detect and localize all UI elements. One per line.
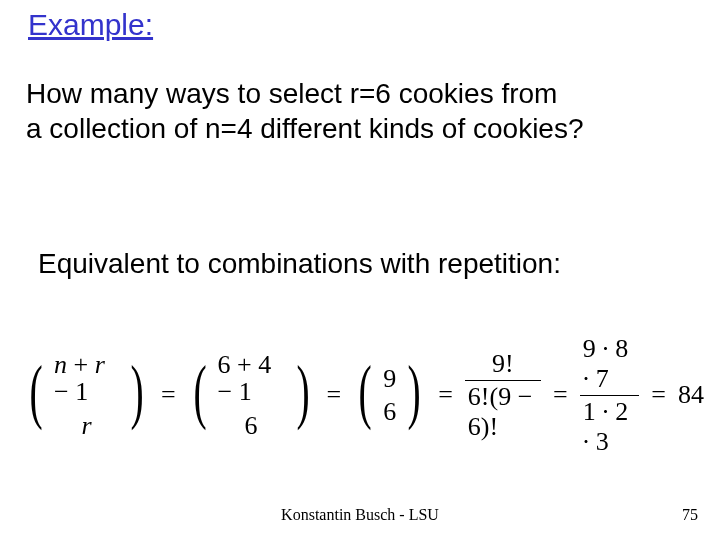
paren-left-icon: ( xyxy=(359,355,372,427)
sym-r: r xyxy=(95,350,105,379)
slide-title: Example: xyxy=(28,8,153,42)
frac-den: 1 · 2 · 3 xyxy=(580,396,640,457)
binom-top: 9 xyxy=(383,365,396,392)
sym-n: n xyxy=(54,350,67,379)
equals-sign: = xyxy=(161,380,176,410)
formula-row: ( n + r − 1 r ) = ( 6 + 4 − 1 6 ) = ( 9 … xyxy=(24,350,704,440)
binom-top: n + r − 1 xyxy=(54,351,119,406)
paren-right-icon: ) xyxy=(296,355,309,427)
binomial-1: n + r − 1 r xyxy=(54,351,119,439)
binom-top: 6 + 4 − 1 xyxy=(218,351,285,406)
formula: ( n + r − 1 r ) = ( 6 + 4 − 1 6 ) = ( 9 … xyxy=(24,350,704,440)
variable-r: r=6 xyxy=(350,78,391,109)
text-segment: a collection of xyxy=(26,113,205,144)
equals-sign: = xyxy=(651,380,666,410)
frac-den: 6!(9 − 6)! xyxy=(465,381,541,442)
result-value: 84 xyxy=(678,380,704,410)
paren-left-icon: ( xyxy=(29,355,42,427)
binomial-2: 6 + 4 − 1 6 xyxy=(218,351,285,439)
binomial-3: 9 6 xyxy=(383,365,396,426)
sym-1: 1 xyxy=(75,377,88,406)
text-segment: How many ways to select xyxy=(26,78,350,109)
frac-num: 9 · 8 · 7 xyxy=(580,334,640,395)
fraction-2: 9 · 8 · 7 1 · 2 · 3 xyxy=(580,334,640,457)
fraction-1: 9! 6!(9 − 6)! xyxy=(465,349,541,442)
binom-bot: 6 xyxy=(245,412,258,439)
paren-right-icon: ) xyxy=(130,355,143,427)
text-segment: different kinds of cookies? xyxy=(253,113,584,144)
paren-right-icon: ) xyxy=(408,355,421,427)
frac-num: 9! xyxy=(489,349,517,380)
footer-page-number: 75 xyxy=(682,506,698,524)
problem-statement: How many ways to select r=6 cookies from… xyxy=(26,76,706,146)
paren-left-icon: ( xyxy=(193,355,206,427)
equals-sign: = xyxy=(327,380,342,410)
text-segment: cookies from xyxy=(391,78,558,109)
binom-bot: 6 xyxy=(383,398,396,425)
variable-n: n=4 xyxy=(205,113,253,144)
slide: Example: How many ways to select r=6 coo… xyxy=(0,0,720,540)
equivalence-statement: Equivalent to combinations with repetiti… xyxy=(38,248,561,280)
equals-sign: = xyxy=(438,380,453,410)
footer-author: Konstantin Busch - LSU xyxy=(0,506,720,524)
binom-bot: r xyxy=(81,412,91,439)
equals-sign: = xyxy=(553,380,568,410)
